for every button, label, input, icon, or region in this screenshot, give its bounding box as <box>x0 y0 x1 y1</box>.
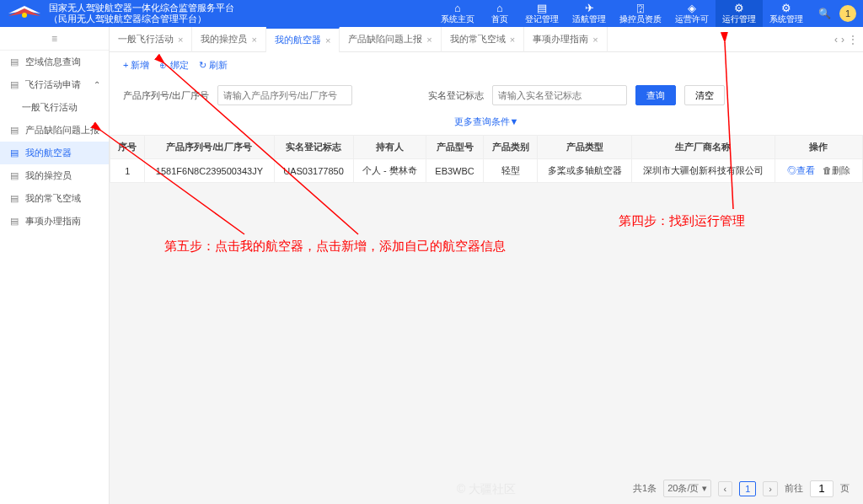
list-icon: ▤ <box>8 216 20 227</box>
serial-input[interactable] <box>217 85 352 105</box>
svg-point-0 <box>22 13 27 18</box>
tab-my-aircraft[interactable]: 我的航空器× <box>266 27 340 52</box>
sidebar-item-defect-report[interactable]: ▤产品缺陷问题上报 <box>0 119 109 142</box>
cell-serial: 1581F6N8C239500343JY <box>145 159 274 183</box>
refresh-button[interactable]: ↻ 刷新 <box>199 59 228 72</box>
bind-button[interactable]: ⊕ 绑定 <box>159 59 188 72</box>
cell-manufacturer: 深圳市大疆创新科技有限公司 <box>631 159 775 183</box>
prev-page-button[interactable]: ‹ <box>718 481 733 496</box>
tab-next-icon[interactable]: › <box>841 34 844 46</box>
nav-home[interactable]: ⌂首页 <box>481 0 518 27</box>
total-count: 共1条 <box>633 482 657 495</box>
list-icon: ▤ <box>8 170 20 181</box>
nav-airworthiness[interactable]: ✈适航管理 <box>566 0 613 27</box>
watermark: © 大疆社区 <box>457 482 516 497</box>
top-header: 国家无人驾驶航空器一体化综合监管服务平台 （民用无人驾驶航空器综合管理平台） ⌂… <box>0 0 863 27</box>
tab-more-icon[interactable]: ⋮ <box>848 34 858 46</box>
close-icon[interactable]: × <box>251 35 256 45</box>
view-link[interactable]: ◎查看 <box>787 165 815 175</box>
list-icon: ▤ <box>8 125 20 136</box>
sidebar-item-airspace-info[interactable]: ▤空域信息查询 <box>0 51 109 73</box>
nav-registration[interactable]: ▤登记管理 <box>518 0 566 27</box>
chevron-up-icon: ⌃ <box>94 80 100 89</box>
cell-holder: 个人 - 樊林奇 <box>353 159 426 183</box>
reg-label: 实名登记标志 <box>428 89 484 102</box>
qualification-icon: ⍰ <box>637 3 644 13</box>
close-icon[interactable]: × <box>178 35 183 45</box>
app-title: 国家无人驾驶航空器一体化综合监管服务平台 （民用无人驾驶航空器综合管理平台） <box>49 3 234 24</box>
cell-reg: UAS03177850 <box>274 159 353 183</box>
th-holder: 持有人 <box>353 136 426 159</box>
gear-icon: ⚙ <box>734 3 744 13</box>
th-type: 产品类型 <box>538 136 631 159</box>
clear-button[interactable]: 清空 <box>684 85 725 105</box>
delete-link[interactable]: 🗑删除 <box>823 165 850 175</box>
tabs-bar: 一般飞行活动× 我的操控员× 我的航空器× 产品缺陷问题上报× 我的常飞空域× … <box>110 27 863 52</box>
cell-model: EB3WBC <box>426 159 483 183</box>
search-row: 产品序列号/出厂序号 实名登记标志 查询 清空 <box>110 78 863 112</box>
add-button[interactable]: + 新增 <box>123 59 149 72</box>
list-icon: ▤ <box>8 56 20 67</box>
tab-defect-report[interactable]: 产品缺陷问题上报× <box>340 27 441 52</box>
table-header-row: 序号 产品序列号/出厂序号 实名登记标志 持有人 产品型号 产品类别 产品类型 … <box>110 136 863 159</box>
tab-my-airspace[interactable]: 我的常飞空域× <box>442 27 524 52</box>
tab-guide[interactable]: 事项办理指南× <box>524 27 607 52</box>
register-icon: ▤ <box>537 3 547 13</box>
tab-prev-icon[interactable]: ‹ <box>834 34 838 46</box>
sidebar-item-flight-apply[interactable]: ▤飞行活动申请⌃ <box>0 73 109 96</box>
home-icon: ⌂ <box>496 3 503 13</box>
cell-operations: ◎查看 🗑删除 <box>775 159 862 183</box>
nav-operation-license[interactable]: ◈运营许可 <box>668 0 716 27</box>
query-button[interactable]: 查询 <box>635 85 676 105</box>
goto-label: 前往 <box>785 482 803 495</box>
sidebar-collapse-button[interactable]: ≡ <box>0 27 109 51</box>
sidebar-item-guide[interactable]: ▤事项办理指南 <box>0 210 109 233</box>
th-operations: 操作 <box>775 136 862 159</box>
header-right: 🔍 1 <box>810 5 856 22</box>
th-seq: 序号 <box>110 136 145 159</box>
goto-page-input[interactable] <box>810 480 834 497</box>
toolbar: + 新增 ⊕ 绑定 ↻ 刷新 <box>110 52 863 78</box>
main-layout: ≡ ▤空域信息查询 ▤飞行活动申请⌃ 一般飞行活动 ▤产品缺陷问题上报 ▤我的航… <box>0 27 863 504</box>
title-line2: （民用无人驾驶航空器综合管理平台） <box>49 13 234 24</box>
table-row: 1 1581F6N8C239500343JY UAS03177850 个人 - … <box>110 159 863 183</box>
cell-seq: 1 <box>110 159 145 183</box>
close-icon[interactable]: × <box>510 35 515 45</box>
th-reg: 实名登记标志 <box>274 136 353 159</box>
page-suffix: 页 <box>840 482 850 495</box>
search-icon[interactable]: 🔍 <box>818 8 831 19</box>
page-size-select[interactable]: 20条/页 ▾ <box>663 480 710 497</box>
reg-input[interactable] <box>492 85 627 105</box>
more-conditions-toggle[interactable]: 更多查询条件▼ <box>110 112 863 135</box>
monitor-icon: ⌂ <box>454 3 461 13</box>
close-icon[interactable]: × <box>426 35 432 45</box>
sidebar-item-my-airspace[interactable]: ▤我的常飞空域 <box>0 187 109 210</box>
close-icon[interactable]: × <box>592 35 598 45</box>
avatar[interactable]: 1 <box>839 5 856 22</box>
page-1-button[interactable]: 1 <box>739 481 756 496</box>
plane-icon: ✈ <box>585 3 594 13</box>
logo-area: 国家无人驾驶航空器一体化综合监管服务平台 （民用无人驾驶航空器综合管理平台） <box>7 3 234 24</box>
logo-icon <box>7 3 42 24</box>
nav-system-management[interactable]: ⚙系统管理 <box>763 0 810 27</box>
nav-operator-qualification[interactable]: ⍰操控员资质 <box>613 0 668 27</box>
title-line1: 国家无人驾驶航空器一体化综合监管服务平台 <box>49 3 234 13</box>
nav-menu: ⌂系统主页 ⌂首页 ▤登记管理 ✈适航管理 ⍰操控员资质 ◈运营许可 ⚙运行管理… <box>434 0 810 27</box>
sidebar-item-my-operators[interactable]: ▤我的操控员 <box>0 164 109 187</box>
th-manufacturer: 生产厂商名称 <box>631 136 775 159</box>
data-table: 序号 产品序列号/出厂序号 实名登记标志 持有人 产品型号 产品类别 产品类型 … <box>110 135 863 183</box>
settings-icon: ⚙ <box>781 3 791 13</box>
close-icon[interactable]: × <box>325 35 330 46</box>
tabs-nav: ‹ › ⋮ <box>834 34 863 46</box>
next-page-button[interactable]: › <box>763 481 778 496</box>
sidebar-item-general-flight[interactable]: 一般飞行活动 <box>0 96 109 119</box>
sidebar: ≡ ▤空域信息查询 ▤飞行活动申请⌃ 一般飞行活动 ▤产品缺陷问题上报 ▤我的航… <box>0 27 110 504</box>
nav-operation-management[interactable]: ⚙运行管理 <box>716 0 763 27</box>
sidebar-item-my-aircraft[interactable]: ▤我的航空器 <box>0 142 109 164</box>
tab-my-operators[interactable]: 我的操控员× <box>192 27 265 52</box>
pagination: 共1条 20条/页 ▾ ‹ 1 › 前往 页 <box>633 480 850 497</box>
tab-general-flight[interactable]: 一般飞行活动× <box>110 27 192 52</box>
license-icon: ◈ <box>688 3 696 13</box>
nav-system-home[interactable]: ⌂系统主页 <box>434 0 481 27</box>
th-model: 产品型号 <box>426 136 483 159</box>
